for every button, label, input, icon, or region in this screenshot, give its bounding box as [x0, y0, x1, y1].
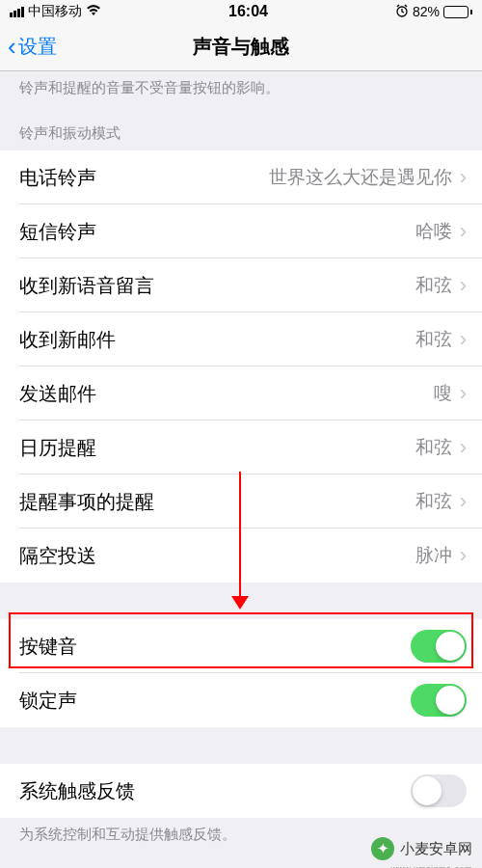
status-time: 16:04 [228, 3, 268, 20]
row-label: 发送邮件 [19, 381, 96, 407]
toggle-system-haptics[interactable] [411, 774, 467, 807]
watermark-text: 小麦安卓网 [400, 840, 472, 858]
row-airdrop[interactable]: 隔空投送 脉冲 › [0, 529, 482, 583]
section-header: 铃声和振动模式 [0, 107, 482, 150]
status-left: 中国移动 [10, 3, 101, 20]
row-value: 嗖 [434, 381, 452, 406]
row-calendar[interactable]: 日历提醒 和弦 › [0, 420, 482, 475]
back-button[interactable]: ‹ 设置 [8, 32, 57, 62]
row-label: 收到新语音留言 [19, 273, 154, 299]
battery-icon [443, 6, 472, 18]
status-right: 82% [395, 4, 472, 20]
chevron-right-icon: › [460, 273, 467, 298]
row-value: 和弦 [415, 273, 452, 298]
row-label: 电话铃声 [19, 165, 96, 191]
watermark: ✦ 小麦安卓网 [371, 837, 472, 860]
row-keyboard-clicks[interactable]: 按键音 [0, 619, 482, 673]
row-new-mail[interactable]: 收到新邮件 和弦 › [0, 312, 482, 366]
ringtone-list: 电话铃声 世界这么大还是遇见你 › 短信铃声 哈喽 › 收到新语音留言 和弦 ›… [0, 150, 482, 583]
page-title: 声音与触感 [193, 34, 289, 60]
row-phone-ringtone[interactable]: 电话铃声 世界这么大还是遇见你 › [0, 150, 482, 204]
row-label: 提醒事项的提醒 [19, 489, 154, 515]
watermark-logo-icon: ✦ [371, 837, 394, 860]
battery-pct: 82% [413, 4, 440, 19]
alarm-icon [395, 4, 409, 20]
nav-bar: ‹ 设置 声音与触感 [0, 23, 482, 71]
toggle-lock-sound[interactable] [411, 684, 467, 717]
chevron-right-icon: › [460, 219, 467, 244]
row-label: 按键音 [19, 634, 77, 660]
chevron-right-icon: › [460, 327, 467, 352]
chevron-right-icon: › [460, 381, 467, 406]
sound-toggles-list: 按键音 锁定声 [0, 619, 482, 727]
wifi-icon [86, 5, 101, 19]
row-label: 短信铃声 [19, 219, 96, 245]
row-label: 系统触感反馈 [19, 778, 135, 804]
row-label: 隔空投送 [19, 543, 96, 569]
row-label: 锁定声 [19, 688, 77, 714]
row-value: 和弦 [415, 435, 452, 460]
annotation-arrow [239, 472, 241, 603]
status-bar: 中国移动 16:04 82% [0, 0, 482, 23]
row-system-haptics[interactable]: 系统触感反馈 [0, 764, 482, 818]
annotation-arrow-head [231, 596, 249, 610]
chevron-right-icon: › [460, 489, 467, 514]
chevron-right-icon: › [460, 543, 467, 568]
carrier-label: 中国移动 [28, 3, 82, 20]
row-value: 脉冲 [415, 543, 452, 568]
toggle-keyboard-clicks[interactable] [411, 630, 467, 663]
row-value: 和弦 [415, 489, 452, 514]
watermark-url: www.xmsigma.com [390, 864, 472, 868]
back-label: 设置 [18, 34, 57, 60]
chevron-right-icon: › [460, 165, 467, 190]
row-lock-sound[interactable]: 锁定声 [0, 673, 482, 727]
row-value: 哈喽 [415, 219, 452, 244]
note-text: 铃声和提醒的音量不受音量按钮的影响。 [0, 71, 482, 107]
row-sent-mail[interactable]: 发送邮件 嗖 › [0, 366, 482, 420]
chevron-right-icon: › [460, 435, 467, 460]
row-value: 世界这么大还是遇见你 [269, 165, 452, 190]
haptic-list: 系统触感反馈 [0, 764, 482, 818]
row-value: 和弦 [415, 327, 452, 352]
row-label: 日历提醒 [19, 435, 96, 461]
row-text-tone[interactable]: 短信铃声 哈喽 › [0, 204, 482, 258]
row-voicemail[interactable]: 收到新语音留言 和弦 › [0, 258, 482, 312]
signal-icon [10, 7, 24, 17]
chevron-left-icon: ‹ [8, 32, 16, 62]
row-label: 收到新邮件 [19, 327, 116, 353]
row-reminders[interactable]: 提醒事项的提醒 和弦 › [0, 475, 482, 529]
